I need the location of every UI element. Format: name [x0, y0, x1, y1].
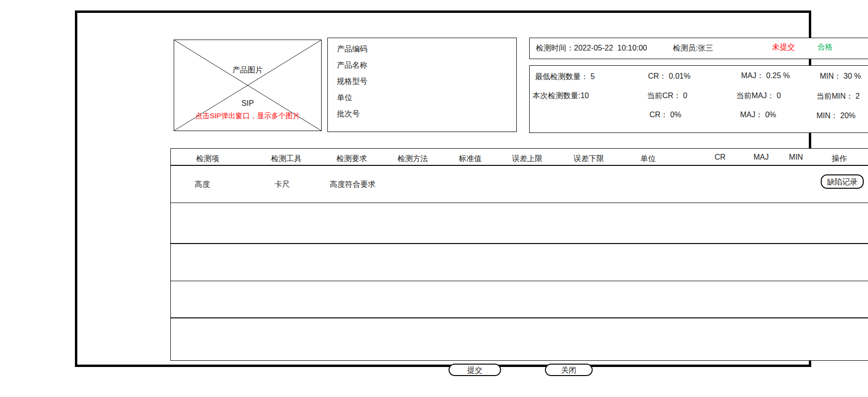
stat-maj-limit: MAJ： 0.25 %	[741, 71, 790, 80]
stat-min-rate: MIN： 20%	[816, 112, 856, 120]
col-header-min: MIN	[789, 153, 803, 162]
result-status-badge: 合格	[817, 43, 833, 51]
inspection-dialog: 产品图片 SIP 点击SIP弹出窗口，显示多个图片 产品编码 产品名称 规格型号…	[0, 0, 868, 397]
col-header-standard-value: 标准值	[459, 154, 481, 164]
product-info-panel: 产品编码 产品名称 规格型号 单位 批次号	[327, 38, 517, 132]
col-header-item: 检测项	[196, 154, 219, 164]
col-header-maj: MAJ	[753, 153, 769, 162]
cell-tool: 卡尺	[274, 180, 290, 189]
col-header-lower-tolerance: 误差下限	[574, 154, 604, 164]
product-image-placeholder[interactable]: 产品图片 SIP 点击SIP弹出窗口，显示多个图片	[174, 40, 322, 131]
table-row-empty	[171, 244, 868, 281]
inspection-time: 检测时间：2022-05-22 10:10:00	[536, 44, 647, 52]
window-frame: 产品图片 SIP 点击SIP弹出窗口，显示多个图片 产品编码 产品名称 规格型号…	[75, 10, 811, 367]
cell-requirement: 高度符合要求	[330, 180, 376, 189]
table-row-empty	[171, 281, 868, 318]
table-header-row: 检测项 检测工具 检测要求 检测方法 标准值 误差上限 误差下限 单位 CR M…	[171, 149, 868, 166]
inspector-name: 检测员:张三	[673, 44, 713, 52]
table-row-empty	[171, 318, 868, 360]
defect-record-button[interactable]: 缺陷记录	[821, 174, 864, 189]
stat-maj-rate: MAJ： 0%	[740, 111, 776, 119]
stat-current-cr: 当前CR： 0	[647, 92, 687, 100]
field-label-product-code: 产品编码	[337, 45, 367, 53]
sip-note: 点击SIP弹出窗口，显示多个图片	[174, 112, 321, 120]
table-row: 高度 卡尺 高度符合要求 缺陷记录	[171, 166, 868, 203]
sip-link[interactable]: SIP	[174, 99, 321, 108]
stat-current-maj: 当前MAJ： 0	[736, 92, 781, 100]
col-header-unit: 单位	[640, 154, 656, 164]
col-header-action: 操作	[832, 154, 847, 164]
col-header-tool: 检测工具	[271, 154, 302, 164]
col-header-cr: CR	[714, 153, 725, 162]
submit-button[interactable]: 提交	[449, 364, 501, 376]
stat-current-inspect-qty: 本次检测数量:10	[533, 92, 589, 100]
stat-min-limit: MIN： 30 %	[820, 72, 861, 81]
submit-status-badge: 未提交	[772, 43, 795, 51]
inspection-header-bar: 检测时间：2022-05-22 10:10:00 检测员:张三 未提交 合格	[529, 38, 868, 59]
table-row-empty	[171, 203, 868, 244]
stat-cr-limit: CR： 0.01%	[648, 72, 690, 81]
field-label-product-name: 产品名称	[337, 61, 367, 70]
inspection-items-table: 检测项 检测工具 检测要求 检测方法 标准值 误差上限 误差下限 单位 CR M…	[170, 148, 868, 361]
stat-cr-rate: CR： 0%	[649, 111, 681, 119]
col-header-upper-tolerance: 误差上限	[512, 154, 543, 164]
field-label-unit: 单位	[337, 93, 352, 102]
close-button[interactable]: 关闭	[545, 364, 593, 376]
product-image-label: 产品图片	[174, 66, 321, 74]
field-label-spec-model: 规格型号	[337, 77, 367, 86]
field-label-batch-no: 批次号	[337, 110, 360, 118]
inspection-stats-panel: 最低检测数量： 5 CR： 0.01% MAJ： 0.25 % MIN： 30 …	[529, 65, 868, 133]
stat-current-min: 当前MIN： 2	[816, 92, 860, 101]
stat-min-inspect-qty: 最低检测数量： 5	[535, 72, 595, 81]
col-header-method: 检测方法	[397, 154, 428, 164]
cell-item: 高度	[195, 180, 210, 189]
col-header-requirement: 检测要求	[336, 154, 367, 164]
